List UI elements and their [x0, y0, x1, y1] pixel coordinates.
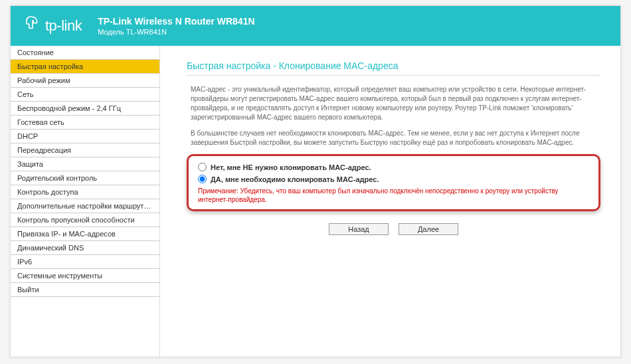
description-2: В большинстве случаев нет необходимости …: [187, 129, 600, 147]
content-area: Быстрая настройка - Клонирование MAC-адр…: [160, 46, 620, 357]
page-title: Быстрая настройка - Клонирование MAC-адр…: [187, 60, 600, 71]
button-row: Назад Далее: [187, 223, 600, 235]
sidebar-item[interactable]: Переадресация: [11, 143, 159, 157]
note-text: Примечание: Убедитесь, что ваш компьютер…: [198, 187, 589, 204]
sidebar-item[interactable]: Рабочий режим: [11, 74, 159, 88]
sidebar: СостояниеБыстрая настройкаРабочий режимС…: [11, 46, 160, 357]
sidebar-item[interactable]: Защита: [11, 157, 159, 171]
sidebar-item[interactable]: Сеть: [11, 88, 159, 102]
mac-clone-choice-box: Нет, мне НЕ нужно клонировать MAC-адрес.…: [187, 154, 600, 211]
sidebar-item[interactable]: Дополнительные настройки маршрутизации: [11, 199, 159, 213]
option-no-row[interactable]: Нет, мне НЕ нужно клонировать MAC-адрес.: [198, 163, 589, 171]
option-no-label: Нет, мне НЕ нужно клонировать MAC-адрес.: [211, 163, 371, 171]
next-button[interactable]: Далее: [399, 223, 458, 235]
header: tp-link TP-Link Wireless N Router WR841N…: [11, 6, 620, 46]
description-1: MAC-адрес - это уникальный идентификатор…: [187, 85, 600, 122]
sidebar-item[interactable]: Быстрая настройка: [11, 60, 159, 74]
brand-logo: tp-link: [24, 15, 82, 37]
sidebar-item[interactable]: Состояние: [11, 46, 159, 60]
model-label: Модель TL-WR841N: [98, 27, 254, 37]
sidebar-item[interactable]: Контроль пропускной способности: [11, 213, 159, 227]
brand-name: tp-link: [45, 17, 82, 35]
sidebar-item[interactable]: Динамический DNS: [11, 241, 159, 255]
option-no-radio[interactable]: [198, 163, 207, 171]
sidebar-item[interactable]: Системные инструменты: [11, 269, 159, 283]
header-text: TP-Link Wireless N Router WR841N Модель …: [98, 15, 254, 37]
option-yes-label: ДА, мне необходимо клонировать MAC-адрес…: [211, 175, 379, 183]
title-separator: [187, 75, 600, 76]
sidebar-item[interactable]: Родительский контроль: [11, 171, 159, 185]
option-yes-row[interactable]: ДА, мне необходимо клонировать MAC-адрес…: [198, 175, 589, 183]
option-yes-radio[interactable]: [198, 175, 207, 183]
sidebar-item[interactable]: Контроль доступа: [11, 185, 159, 199]
back-button[interactable]: Назад: [329, 223, 389, 235]
sidebar-item[interactable]: Беспроводной режим - 2,4 ГГц: [11, 102, 159, 116]
sidebar-item[interactable]: Привязка IP- и MAC-адресов: [11, 227, 159, 241]
sidebar-item[interactable]: Выйти: [11, 283, 159, 297]
sidebar-item[interactable]: IPv6: [11, 255, 159, 269]
sidebar-item[interactable]: DHCP: [11, 130, 159, 143]
tp-link-logo-icon: [24, 15, 41, 37]
sidebar-item[interactable]: Гостевая сеть: [11, 116, 159, 130]
product-title: TP-Link Wireless N Router WR841N: [98, 15, 254, 27]
